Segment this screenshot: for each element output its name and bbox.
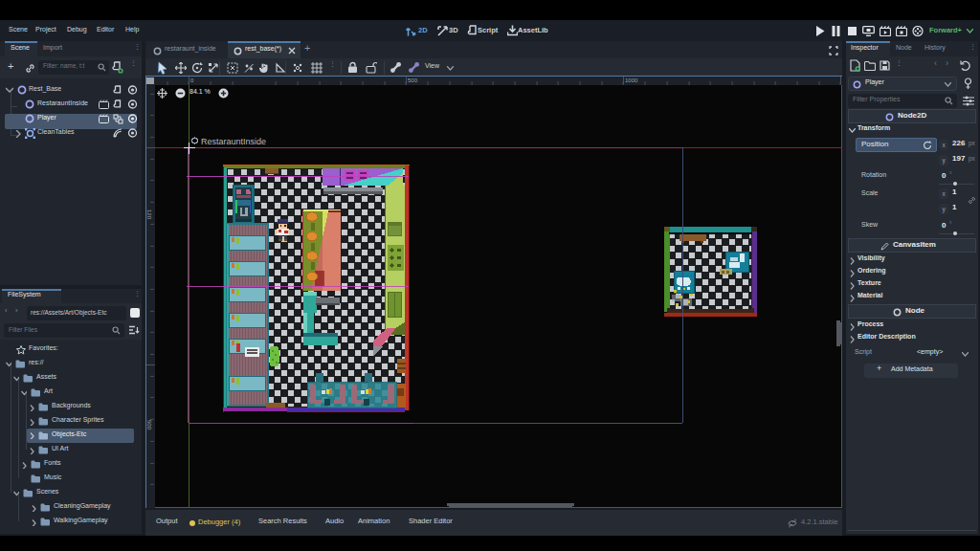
svg-text:RestarauntInside: RestarauntInside <box>201 137 266 146</box>
